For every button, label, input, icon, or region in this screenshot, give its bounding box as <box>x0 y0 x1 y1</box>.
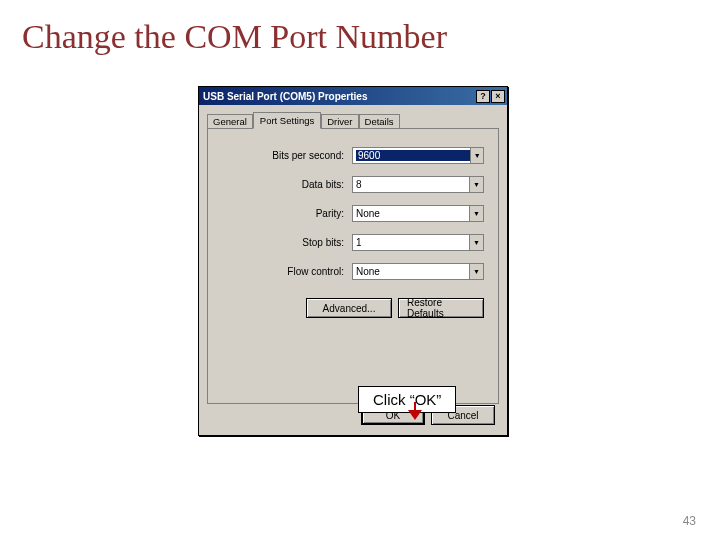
instruction-callout: Click “OK” <box>358 386 456 413</box>
select-bits-per-second[interactable]: 9600 ▼ <box>352 147 484 164</box>
tab-port-settings[interactable]: Port Settings <box>253 112 321 129</box>
chevron-down-icon: ▼ <box>469 206 483 221</box>
value-parity: None <box>356 208 380 219</box>
window-title: USB Serial Port (COM5) Properties <box>203 91 475 102</box>
dialog-body: General Port Settings Driver Details Bit… <box>199 105 507 435</box>
value-flow-control: None <box>356 266 380 277</box>
callout-arrow-icon <box>408 410 422 420</box>
select-parity[interactable]: None ▼ <box>352 205 484 222</box>
label-data-bits: Data bits: <box>222 179 352 190</box>
chevron-down-icon: ▼ <box>469 235 483 250</box>
row-parity: Parity: None ▼ <box>222 205 484 222</box>
label-bits-per-second: Bits per second: <box>222 150 352 161</box>
chevron-down-icon: ▼ <box>470 148 483 163</box>
label-flow-control: Flow control: <box>222 266 352 277</box>
tab-general[interactable]: General <box>207 114 253 129</box>
properties-dialog: USB Serial Port (COM5) Properties ? × Ge… <box>198 86 508 436</box>
slide-title: Change the COM Port Number <box>0 0 720 56</box>
chevron-down-icon: ▼ <box>469 177 483 192</box>
select-stop-bits[interactable]: 1 ▼ <box>352 234 484 251</box>
label-stop-bits: Stop bits: <box>222 237 352 248</box>
titlebar[interactable]: USB Serial Port (COM5) Properties ? × <box>199 87 507 105</box>
value-stop-bits: 1 <box>356 237 362 248</box>
tab-driver[interactable]: Driver <box>321 114 358 129</box>
row-data-bits: Data bits: 8 ▼ <box>222 176 484 193</box>
value-bits-per-second: 9600 <box>356 150 470 161</box>
restore-defaults-button[interactable]: Restore Defaults <box>398 298 484 318</box>
page-number: 43 <box>683 514 696 528</box>
row-flow-control: Flow control: None ▼ <box>222 263 484 280</box>
tab-details[interactable]: Details <box>359 114 400 129</box>
label-parity: Parity: <box>222 208 352 219</box>
help-button[interactable]: ? <box>476 90 490 103</box>
row-stop-bits: Stop bits: 1 ▼ <box>222 234 484 251</box>
close-button[interactable]: × <box>491 90 505 103</box>
row-bits-per-second: Bits per second: 9600 ▼ <box>222 147 484 164</box>
port-settings-panel: Bits per second: 9600 ▼ Data bits: 8 ▼ P… <box>207 128 499 404</box>
select-data-bits[interactable]: 8 ▼ <box>352 176 484 193</box>
value-data-bits: 8 <box>356 179 362 190</box>
advanced-button[interactable]: Advanced... <box>306 298 392 318</box>
panel-button-row: Advanced... Restore Defaults <box>222 298 484 318</box>
chevron-down-icon: ▼ <box>469 264 483 279</box>
tab-strip: General Port Settings Driver Details <box>207 111 499 129</box>
select-flow-control[interactable]: None ▼ <box>352 263 484 280</box>
